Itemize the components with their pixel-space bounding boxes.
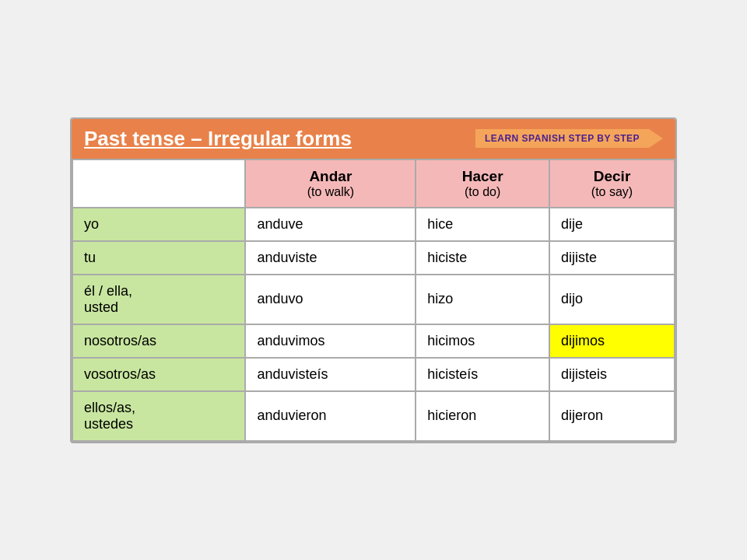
subject-cell: vosotros/as: [72, 358, 245, 391]
table-row: yoanduvehicedije: [72, 208, 675, 241]
subject-cell: nosotros/as: [72, 324, 245, 358]
col-header-decir: Decir (to say): [549, 159, 675, 208]
subject-cell: yo: [72, 208, 245, 241]
table-row: él / ella, ustedanduvohizodijo: [72, 275, 675, 324]
subject-cell: él / ella, usted: [72, 275, 245, 324]
page-title: Past tense – Irregular forms: [84, 127, 352, 151]
decir-cell: dijisteis: [549, 358, 675, 391]
decir-cell: dijeron: [549, 391, 675, 441]
hacer-cell: hiciste: [416, 241, 549, 275]
subject-cell: tu: [72, 241, 245, 275]
decir-cell: dijimos: [549, 324, 675, 358]
decir-cell: dijiste: [549, 241, 675, 275]
brand-label: LEARN SPANISH STEP BY STEP: [475, 129, 663, 148]
table-row: nosotros/asanduvimoshicimosdijimos: [72, 324, 675, 358]
hacer-cell: hicieron: [416, 391, 549, 441]
hacer-cell: hicisteís: [416, 358, 549, 391]
header: Past tense – Irregular forms LEARN SPANI…: [72, 119, 675, 159]
andar-cell: anduvisteís: [245, 358, 416, 391]
col-header-hacer: Hacer (to do): [416, 159, 549, 208]
andar-cell: anduvimos: [245, 324, 416, 358]
decir-cell: dije: [549, 208, 675, 241]
conjugation-table: Andar (to walk) Hacer (to do) Decir (to …: [72, 159, 675, 442]
col-header-empty: [72, 159, 245, 208]
table-row: vosotros/asanduvisteíshicisteísdijisteis: [72, 358, 675, 391]
table-row: ellos/as, ustedesanduvieronhicierondijer…: [72, 391, 675, 441]
table-row: tuanduvistehicistedijiste: [72, 241, 675, 275]
subject-cell: ellos/as, ustedes: [72, 391, 245, 441]
hacer-cell: hice: [416, 208, 549, 241]
andar-cell: anduvo: [245, 275, 416, 324]
hacer-cell: hicimos: [416, 324, 549, 358]
andar-cell: anduvieron: [245, 391, 416, 441]
andar-cell: anduve: [245, 208, 416, 241]
andar-cell: anduviste: [245, 241, 416, 275]
decir-cell: dijo: [549, 275, 675, 324]
hacer-cell: hizo: [416, 275, 549, 324]
card: Past tense – Irregular forms LEARN SPANI…: [70, 117, 677, 443]
col-header-andar: Andar (to walk): [245, 159, 416, 208]
